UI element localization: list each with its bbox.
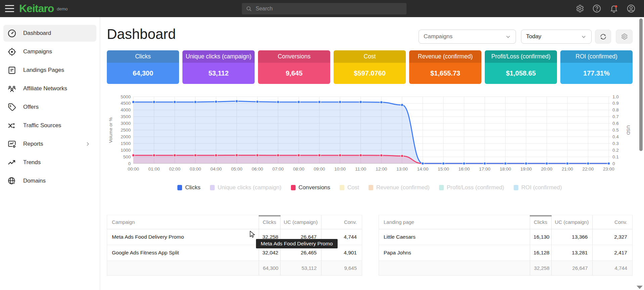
refresh-button[interactable] xyxy=(595,30,611,44)
svg-text:0.7: 0.7 xyxy=(612,114,619,119)
svg-text:1.0: 1.0 xyxy=(612,94,619,99)
column-header-clicks-sorted[interactable]: Clicks xyxy=(259,215,280,229)
column-header-landing-page[interactable]: Landing page xyxy=(379,215,530,229)
dashboard-icon xyxy=(7,29,16,38)
sidebar-item-landings-pages[interactable]: Landings Pages xyxy=(3,62,96,79)
date-range-select[interactable]: Today xyxy=(521,30,592,44)
legend-swatch xyxy=(291,185,296,190)
table-totals-row: 32,258 26,647 4,744 xyxy=(379,260,632,275)
column-header-uc[interactable]: UC (campaign) xyxy=(280,215,321,229)
stat-card-value: 177.31% xyxy=(560,63,633,84)
legend-item[interactable]: Revenue (confirmed) xyxy=(369,184,430,191)
svg-text:0.6: 0.6 xyxy=(612,121,619,126)
search-box[interactable] xyxy=(242,3,406,14)
column-header-conv[interactable]: Conv. xyxy=(592,215,632,229)
sidebar-item-traffic-sources[interactable]: Traffic Sources xyxy=(3,117,96,134)
group-by-select[interactable]: Campaigns xyxy=(419,30,516,44)
svg-text:4000: 4000 xyxy=(121,107,131,112)
column-header-uc[interactable]: UC (campaign) xyxy=(551,215,592,229)
hamburger-menu-icon[interactable] xyxy=(5,4,15,13)
svg-text:15:00: 15:00 xyxy=(438,166,449,172)
scroll-down-arrow-icon[interactable] xyxy=(637,286,643,289)
table-header-row: Landing page Clicks UC (campaign) Conv. xyxy=(379,215,632,229)
table-row[interactable]: Papa Johns 16,128 13,281 2,417 xyxy=(379,245,632,260)
svg-text:0: 0 xyxy=(128,161,131,166)
brand-logo[interactable]: Keitaro xyxy=(19,2,54,15)
column-header-clicks-sorted[interactable]: Clicks xyxy=(530,215,551,229)
stat-card-label: Revenue (confirmed) xyxy=(409,50,481,63)
sidebar-item-affiliate-networks[interactable]: Affiliate Networks xyxy=(3,80,96,97)
stat-card-unique-clicks[interactable]: Unique clicks (campaign) 53,112 xyxy=(182,50,255,84)
stat-card-value: 64,300 xyxy=(107,63,179,84)
svg-text:06:00: 06:00 xyxy=(252,166,263,172)
legend-swatch xyxy=(210,185,215,190)
stat-card-label: Cost xyxy=(334,50,406,63)
sidebar-item-reports[interactable]: Reports xyxy=(3,136,96,152)
stat-card-cost[interactable]: Cost $597.0760 xyxy=(334,50,406,84)
search-icon xyxy=(246,6,252,12)
stat-card-value: 9,645 xyxy=(258,63,330,84)
topbar-icons xyxy=(575,0,636,17)
svg-text:$: $ xyxy=(10,104,11,107)
settings-icon[interactable] xyxy=(575,4,584,13)
svg-text:14:00: 14:00 xyxy=(417,166,428,172)
svg-text:03:00: 03:00 xyxy=(190,166,201,172)
legend-swatch xyxy=(177,185,182,190)
svg-text:0.9: 0.9 xyxy=(612,101,619,106)
stat-card-label: ROI (confirmed) xyxy=(560,50,633,63)
table-row[interactable]: Little Caesars 16,130 13,366 2,327 xyxy=(379,229,632,245)
svg-text:USD: USD xyxy=(626,125,631,135)
help-icon[interactable] xyxy=(592,4,601,13)
svg-text:1000: 1000 xyxy=(121,148,131,153)
stat-card-value: $1,655.73 xyxy=(409,63,481,84)
legend-item[interactable]: Conversions xyxy=(291,184,331,191)
svg-text:4500: 4500 xyxy=(121,101,131,106)
legend-label: Unique clicks (campaign) xyxy=(218,184,282,191)
svg-text:00:00: 00:00 xyxy=(128,166,139,172)
stat-card-label: Clicks xyxy=(107,50,179,63)
legend-item[interactable]: Clicks xyxy=(177,184,200,191)
stat-card-roi[interactable]: ROI (confirmed) 177.31% xyxy=(560,50,633,84)
sidebar-item-domains[interactable]: Domains xyxy=(3,173,96,189)
sidebar-item-dashboard[interactable]: Dashboard xyxy=(3,25,96,42)
stat-card-conversions[interactable]: Conversions 9,645 xyxy=(258,50,330,84)
column-header-campaign[interactable]: Campaign xyxy=(107,215,259,229)
svg-text:0.5: 0.5 xyxy=(612,128,619,133)
legend-item[interactable]: ROI (confirmed) xyxy=(514,184,562,191)
svg-text:0.8: 0.8 xyxy=(612,107,619,112)
column-header-conv[interactable]: Conv. xyxy=(321,215,362,229)
legend-swatch xyxy=(514,185,518,190)
sidebar-item-offers[interactable]: $ Offers xyxy=(3,99,96,115)
svg-text:0.3: 0.3 xyxy=(612,141,619,146)
chart-legend: ClicksUnique clicks (campaign)Conversion… xyxy=(107,184,633,191)
notifications-bell-icon[interactable] xyxy=(609,4,618,13)
stat-card-revenue[interactable]: Revenue (confirmed) $1,655.73 xyxy=(409,50,481,84)
scrollbar-thumb[interactable] xyxy=(639,18,643,151)
user-avatar-icon[interactable] xyxy=(627,4,636,13)
notification-dot xyxy=(615,5,617,8)
svg-text:0.1: 0.1 xyxy=(612,154,619,159)
svg-text:05:00: 05:00 xyxy=(231,166,243,172)
stat-card-clicks[interactable]: Clicks 64,300 xyxy=(107,50,179,84)
landing-uc: 13,366 xyxy=(551,229,592,245)
sidebar-item-campaigns[interactable]: Campaigns xyxy=(3,43,96,60)
metrics-area-chart[interactable]: 00:0001:0002:0003:0004:0005:0006:0007:00… xyxy=(107,94,633,178)
dashboard-settings-button[interactable] xyxy=(616,30,633,44)
svg-text:09:00: 09:00 xyxy=(314,166,325,172)
totals-uc: 26,647 xyxy=(551,260,592,275)
legend-item[interactable]: Unique clicks (campaign) xyxy=(210,184,282,191)
stat-card-profit-loss[interactable]: Profit/Loss (confirmed) $1,058.65 xyxy=(485,50,557,84)
reports-icon xyxy=(7,140,16,149)
chevron-right-icon xyxy=(85,141,90,147)
legend-item[interactable]: Profit/Loss (confirmed) xyxy=(439,184,504,191)
chevron-down-icon xyxy=(505,34,511,40)
svg-text:13:00: 13:00 xyxy=(396,166,408,172)
search-input[interactable] xyxy=(256,6,402,12)
legend-label: ROI (confirmed) xyxy=(521,184,562,191)
campaigns-icon xyxy=(7,47,16,56)
svg-text:11:00: 11:00 xyxy=(355,166,366,172)
legend-item[interactable]: Cost xyxy=(340,184,359,191)
sidebar-item-trends[interactable]: Trends xyxy=(3,154,96,171)
svg-text:Volume or %: Volume or % xyxy=(108,117,113,143)
stat-card-value: 53,112 xyxy=(182,63,255,84)
